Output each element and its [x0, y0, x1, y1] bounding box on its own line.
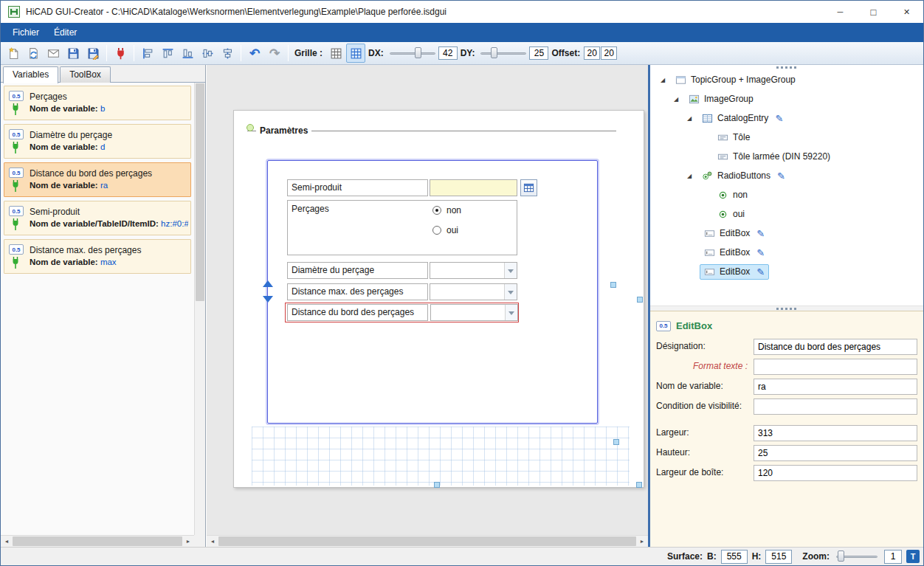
distance-max-label[interactable]: Distance max. des perçages [287, 283, 428, 300]
tree-item-editbox-1[interactable]: EditBox✎ [650, 224, 923, 243]
tree-expand-icon[interactable]: ◢ [674, 96, 684, 103]
tree-item-tole-larmee[interactable]: Tôle larmée (DIN 59220) [650, 147, 923, 166]
zoom-slider[interactable] [836, 550, 878, 563]
left-vscrollbar[interactable] [194, 83, 205, 535]
distance-bord-label[interactable]: Distance du bord des perçages [287, 304, 428, 321]
zoom-slider-thumb[interactable] [838, 551, 844, 562]
tab-variables[interactable]: Variables [3, 66, 58, 83]
minimize-icon[interactable]: ─ [824, 1, 857, 23]
maximize-icon[interactable]: □ [857, 1, 890, 23]
dy-slider-thumb[interactable] [491, 47, 497, 58]
tree-item-editbox-3[interactable]: EditBox✎ [650, 262, 923, 281]
condition-visibilite-input[interactable] [754, 398, 917, 415]
distance-max-combo[interactable] [430, 283, 517, 300]
designation-input[interactable] [754, 339, 917, 355]
diametre-combo[interactable] [430, 262, 517, 279]
tree-item-topicgroup[interactable]: ◢ TopicGroup + ImageGroup [650, 70, 923, 89]
scroll-thumb[interactable] [196, 83, 204, 301]
surface-h-input[interactable] [765, 550, 792, 564]
tree-item-tole[interactable]: Tôle [650, 128, 923, 147]
save-as-button[interactable] [83, 44, 103, 63]
edit-pencil-icon[interactable]: ✎ [775, 113, 783, 124]
tree-expand-icon[interactable]: ◢ [687, 173, 697, 179]
scroll-thumb[interactable] [218, 536, 636, 546]
new-file-button[interactable] [4, 44, 23, 63]
insert-variable-button[interactable] [111, 44, 130, 63]
tree-expand-icon[interactable]: ◢ [661, 77, 671, 83]
offset-y-input[interactable] [601, 46, 617, 60]
tree-item-imagegroup[interactable]: ◢ ImageGroup [650, 89, 923, 108]
combo-arrow-icon[interactable] [504, 284, 517, 300]
save-button[interactable] [63, 44, 83, 63]
tree-item-oui[interactable]: oui [650, 204, 923, 224]
mail-export-button[interactable] [44, 44, 63, 63]
variable-item-distance-max[interactable]: 0.5 Distance max. des perçages Nom de va… [4, 239, 191, 274]
tree-item-editbox-2[interactable]: EditBox✎ [650, 243, 923, 262]
percages-groupbox[interactable]: Perçages non oui [287, 200, 517, 255]
align-top-button[interactable] [158, 44, 177, 63]
scroll-right-icon[interactable]: ► [182, 539, 194, 544]
semi-produit-input[interactable] [430, 179, 517, 196]
variable-item-distance-bord[interactable]: 0.5 Distance du bord des perçages Nom de… [4, 162, 191, 197]
vertical-resize-arrow-icon[interactable] [262, 280, 274, 303]
radio-oui[interactable]: oui [432, 225, 458, 235]
scroll-thumb[interactable] [13, 536, 182, 546]
edit-pencil-icon[interactable]: ✎ [756, 266, 765, 277]
hauteur-input[interactable] [754, 445, 917, 461]
undo-button[interactable]: ↶ [245, 44, 264, 63]
scroll-right-icon[interactable]: ► [636, 539, 648, 544]
format-texte-input[interactable] [754, 359, 917, 375]
close-icon[interactable]: ✕ [890, 1, 923, 23]
menu-editer[interactable]: Éditer [46, 24, 84, 41]
splitter-grip[interactable] [650, 65, 923, 70]
scroll-left-icon[interactable]: ◄ [1, 539, 13, 544]
variable-item-percages[interactable]: 0.5 Perçages Nom de variable: b [4, 86, 191, 120]
variable-item-diametre[interactable]: 0.5 Diamètre du perçage Nom de variable:… [4, 124, 191, 159]
design-page[interactable]: Paramètres Semi-produit Perçages non oui… [233, 110, 644, 488]
largeur-boite-input[interactable] [754, 465, 917, 481]
dy-input[interactable] [529, 46, 548, 60]
canvas-hscrollbar[interactable]: ◄ ► [207, 535, 648, 547]
nom-variable-input[interactable] [754, 379, 917, 395]
resize-handle[interactable] [610, 282, 616, 288]
edit-pencil-icon[interactable]: ✎ [777, 170, 785, 182]
dx-input[interactable] [438, 46, 458, 60]
diametre-label[interactable]: Diamètre du perçage [287, 262, 428, 279]
resize-handle[interactable] [613, 439, 619, 445]
tree-expand-icon[interactable]: ◢ [687, 115, 697, 122]
variable-item-semi-produit[interactable]: 0.5 Semi-produit Nom de variable/TableID… [4, 201, 191, 235]
edit-pencil-icon[interactable]: ✎ [756, 247, 765, 258]
tree-item-catalogentry[interactable]: ◢ CatalogEntry✎ [650, 108, 923, 128]
origin-handle[interactable] [246, 124, 254, 131]
resize-handle[interactable] [434, 482, 440, 488]
text-tool-button[interactable]: T [906, 550, 920, 563]
dx-slider-thumb[interactable] [415, 47, 421, 58]
left-hscrollbar[interactable]: ◄ ► [1, 535, 194, 547]
resize-handle[interactable] [637, 297, 643, 303]
dx-slider[interactable] [390, 46, 435, 60]
align-bottom-button[interactable] [178, 44, 197, 63]
selected-row-outline[interactable]: Distance du bord des perçages [285, 303, 519, 322]
tree-item-non[interactable]: non [650, 185, 923, 204]
tree-item-radiobuttons[interactable]: ◢ RadioButtons✎ [650, 166, 923, 185]
zoom-input[interactable] [884, 550, 902, 564]
scroll-left-icon[interactable]: ◄ [207, 539, 218, 544]
align-left-button[interactable] [138, 44, 157, 63]
splitter-grip[interactable] [650, 306, 923, 311]
resize-handle[interactable] [636, 482, 642, 488]
tab-toolbox[interactable]: ToolBox [60, 66, 111, 83]
redo-button[interactable]: ↷ [265, 44, 284, 63]
semi-produit-label[interactable]: Semi-produit [287, 179, 428, 196]
menu-fichier[interactable]: Fichier [5, 24, 46, 41]
largeur-input[interactable] [754, 425, 917, 441]
radio-non[interactable]: non [432, 205, 461, 215]
open-file-button[interactable] [24, 44, 43, 63]
design-canvas[interactable]: Paramètres Semi-produit Perçages non oui… [207, 65, 648, 547]
edit-pencil-icon[interactable]: ✎ [756, 228, 765, 239]
grid-show-button[interactable] [326, 44, 345, 63]
center-vertical-button[interactable] [198, 44, 217, 63]
combo-arrow-icon[interactable] [504, 263, 517, 278]
grid-snap-button[interactable] [346, 44, 365, 63]
catalog-browse-button[interactable] [520, 179, 537, 196]
offset-x-input[interactable] [584, 46, 600, 60]
